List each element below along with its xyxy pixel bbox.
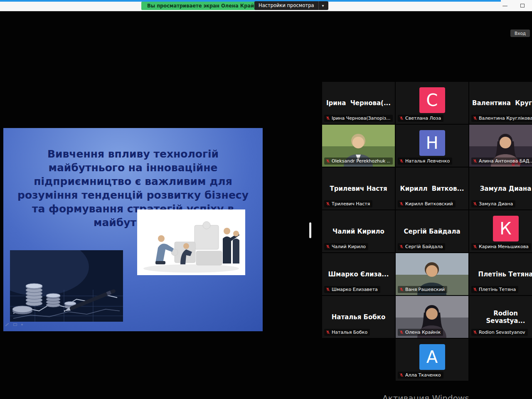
participant-name-label: Алина Антонова БАД... bbox=[479, 158, 532, 164]
participants-panel: Ірина Чернова(... Ірина Чернова(Запоріз.… bbox=[322, 82, 532, 381]
participant-name-label: Карина Меньшикова bbox=[479, 244, 529, 249]
screen-share-banner: Вы просматриваете экран Олена Крайнік bbox=[141, 2, 268, 10]
participant-label: Трилевич Настя bbox=[324, 200, 372, 207]
coins-chart-pen-image bbox=[10, 250, 123, 322]
participant-label: Карина Меньшикова bbox=[471, 243, 531, 250]
participant-label: Светлана Лоза bbox=[398, 115, 443, 122]
participant-label: Наталья Левченко bbox=[398, 158, 452, 165]
participant-label: Замула Диана bbox=[471, 200, 515, 207]
participant-name-label: Алла Ткаченко bbox=[405, 372, 441, 378]
participant-letter-avatar: С bbox=[419, 87, 445, 113]
mic-muted-icon bbox=[399, 116, 404, 121]
participant-label: Плетінь Тетяна bbox=[471, 286, 518, 293]
windows-activation-watermark: Активация Windows Чтобы активировать Win… bbox=[382, 393, 531, 399]
participant-name-label: Rodion Sevastyanov bbox=[479, 330, 525, 335]
mic-muted-icon bbox=[473, 287, 477, 292]
participant-name-label: Плетінь Тетяна bbox=[479, 287, 516, 292]
participant-tile[interactable]: Н Наталья Левченко bbox=[396, 125, 468, 167]
mic-muted-icon bbox=[473, 202, 477, 206]
maximize-button[interactable] bbox=[517, 2, 528, 10]
participant-letter-avatar: А bbox=[419, 344, 445, 370]
mic-muted-icon bbox=[399, 287, 404, 292]
minimize-icon: — bbox=[502, 2, 508, 9]
participant-name-label: Валентина Круглікова bbox=[479, 116, 532, 121]
participant-label: Ірина Чернова(Запоріз... bbox=[324, 115, 393, 122]
maximize-icon bbox=[520, 4, 525, 7]
mic-muted-icon bbox=[326, 287, 330, 292]
participant-tile[interactable]: Ірина Чернова(... Ірина Чернова(Запоріз.… bbox=[322, 82, 395, 124]
participant-label: Кирилл Витковский bbox=[398, 200, 456, 207]
puzzle-teamwork-image bbox=[137, 209, 245, 275]
meeting-stage: Вход Вивчення впливу технологій майбутнь… bbox=[0, 11, 532, 399]
minimize-button[interactable]: — bbox=[500, 2, 510, 10]
participant-name-label: Сергій Байдала bbox=[405, 244, 443, 249]
participant-name-label: Наталья Бобко bbox=[332, 330, 367, 335]
participant-tile[interactable]: Oleksandr Perekhozhuk ... bbox=[322, 125, 395, 167]
mic-muted-icon bbox=[473, 116, 477, 121]
participant-label: Шмарко Елизавета bbox=[324, 286, 380, 293]
mic-muted-icon bbox=[326, 202, 330, 206]
participant-tile[interactable]: Сергій Байдала Сергій Байдала bbox=[396, 210, 468, 252]
participant-tile[interactable]: С Светлана Лоза bbox=[396, 82, 468, 124]
window-title-bar: Вы просматриваете экран Олена Крайнік На… bbox=[0, 0, 532, 11]
participant-name-label: Олена Крайнік bbox=[405, 330, 441, 335]
scrollbar-thumb[interactable] bbox=[309, 222, 311, 238]
participant-tile[interactable]: Rodion Sevastya... Rodion Sevastyanov bbox=[469, 296, 532, 338]
mic-muted-icon bbox=[399, 202, 404, 206]
participant-label: Чалий Кирило bbox=[324, 243, 368, 250]
participant-tile[interactable]: К Карина Меньшикова bbox=[469, 210, 532, 252]
participant-tile[interactable]: Трилевич Настя Трилевич Настя bbox=[322, 167, 395, 209]
participant-tile[interactable]: Замула Диана Замула Диана bbox=[469, 167, 532, 209]
participant-name-label: Замула Диана bbox=[479, 201, 513, 207]
watermark-title: Активация Windows bbox=[382, 393, 531, 399]
participant-name-label: Шмарко Елизавета bbox=[332, 287, 378, 292]
mic-muted-icon bbox=[473, 330, 477, 335]
entry-button[interactable]: Вход bbox=[510, 30, 530, 37]
participant-letter-avatar: К bbox=[493, 216, 519, 241]
chevron-down-icon: ▾ bbox=[318, 1, 324, 10]
participant-name-label: Наталья Левченко bbox=[405, 158, 450, 164]
participant-tile[interactable]: Чалий Кирило Чалий Кирило bbox=[322, 210, 395, 252]
participant-tile[interactable]: Плетінь Тетяна Плетінь Тетяна bbox=[469, 253, 532, 295]
mic-muted-icon bbox=[399, 373, 404, 377]
participant-tile[interactable]: Алина Антонова БАД... bbox=[469, 125, 532, 167]
mic-muted-icon bbox=[399, 330, 404, 335]
mic-muted-icon bbox=[326, 330, 330, 335]
participant-name-label: Трилевич Настя bbox=[332, 201, 370, 207]
participant-label: Сергій Байдала bbox=[398, 243, 445, 250]
participant-label: Алина Антонова БАД... bbox=[471, 158, 532, 165]
participant-tile[interactable]: Ваня Рашевский bbox=[396, 253, 468, 295]
participant-name-label: Oleksandr Perekhozhuk ... bbox=[332, 158, 390, 164]
participant-name-label: Ваня Рашевский bbox=[405, 287, 445, 292]
participant-name-label: Чалий Кирило bbox=[332, 244, 366, 249]
participant-tile[interactable]: Олена Крайнік bbox=[396, 296, 468, 338]
participant-label: Алла Ткаченко bbox=[398, 372, 443, 379]
participant-name-label: Кирилл Витковский bbox=[405, 201, 453, 207]
participant-tile[interactable]: Наталья Бобко Наталья Бобко bbox=[322, 296, 395, 338]
participant-tile[interactable]: Шмарко Єлиза... Шмарко Елизавета bbox=[322, 253, 395, 295]
participant-tile[interactable]: Кирилл Витков... Кирилл Витковский bbox=[396, 167, 468, 209]
participants-grid: Ірина Чернова(... Ірина Чернова(Запоріз.… bbox=[322, 82, 532, 381]
mic-muted-icon bbox=[399, 159, 404, 163]
pointer-icon[interactable] bbox=[21, 324, 23, 325]
participant-label: Валентина Круглікова bbox=[471, 115, 532, 122]
participant-label: Oleksandr Perekhozhuk ... bbox=[324, 158, 393, 165]
pencil-icon[interactable] bbox=[5, 323, 9, 326]
participant-label: Наталья Бобко bbox=[324, 329, 370, 336]
participant-letter-avatar: Н bbox=[419, 130, 445, 156]
participant-tile[interactable]: А Алла Ткаченко bbox=[396, 339, 468, 381]
participant-label: Олена Крайнік bbox=[398, 329, 443, 336]
participant-name-label: Светлана Лоза bbox=[405, 116, 441, 121]
shape-icon[interactable] bbox=[13, 323, 17, 326]
participant-tile[interactable]: Валентина Круг... Валентина Круглікова bbox=[469, 82, 532, 124]
shared-presentation-slide: Вивчення впливу технологій майбутнього н… bbox=[3, 128, 263, 331]
mic-muted-icon bbox=[326, 159, 330, 163]
mic-muted-icon bbox=[473, 244, 477, 249]
mic-muted-icon bbox=[326, 116, 330, 121]
mic-muted-icon bbox=[326, 244, 330, 249]
mic-muted-icon bbox=[473, 159, 477, 163]
view-settings-button[interactable]: Настройки просмотра ▾ bbox=[254, 1, 328, 10]
view-settings-label: Настройки просмотра bbox=[259, 1, 314, 10]
participant-label: Rodion Sevastyanov bbox=[471, 329, 528, 336]
participant-name-label: Ірина Чернова(Запоріз... bbox=[332, 116, 390, 121]
